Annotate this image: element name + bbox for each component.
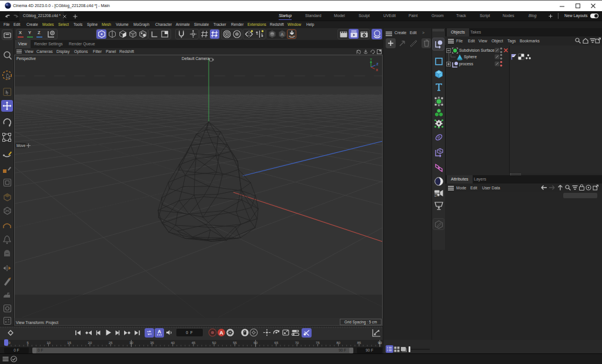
- svg-text:10: 10: [46, 341, 51, 345]
- svg-text:A: A: [219, 330, 223, 336]
- svg-text:15: 15: [67, 341, 71, 345]
- svg-text:80: 80: [336, 341, 340, 345]
- svg-text:Z: Z: [376, 62, 379, 66]
- svg-text:35: 35: [150, 341, 154, 345]
- svg-text:70: 70: [295, 341, 299, 345]
- svg-text:20: 20: [88, 341, 92, 345]
- svg-text:65: 65: [275, 341, 279, 345]
- svg-text:45: 45: [192, 341, 196, 345]
- svg-text:0: 0: [8, 341, 11, 345]
- svg-text:5: 5: [27, 341, 29, 345]
- svg-text:50: 50: [212, 341, 216, 345]
- svg-text:Y: Y: [370, 58, 372, 61]
- svg-text:75: 75: [316, 341, 320, 345]
- svg-text:A: A: [158, 329, 161, 335]
- svg-text:X: X: [376, 68, 378, 72]
- svg-text:30: 30: [129, 341, 133, 345]
- svg-text:25: 25: [109, 341, 113, 345]
- svg-text:55: 55: [233, 341, 237, 345]
- svg-text:60: 60: [253, 341, 257, 345]
- svg-text:85: 85: [357, 341, 361, 345]
- svg-text:40: 40: [170, 341, 175, 345]
- svg-text:90: 90: [378, 341, 382, 345]
- svg-text:ST: ST: [434, 195, 438, 198]
